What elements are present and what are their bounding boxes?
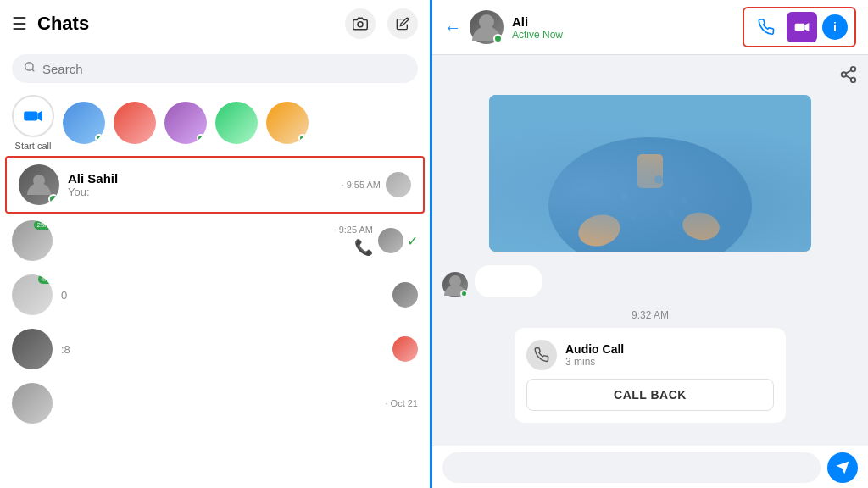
- chat-item-2[interactable]: 25m · 9:25 AM 📞 ✓: [0, 214, 430, 268]
- story-item-5[interactable]: [266, 102, 309, 144]
- start-call-item[interactable]: Start call: [12, 95, 54, 151]
- svg-point-1: [25, 63, 33, 70]
- ali-sahil-online-dot: [48, 194, 58, 204]
- right-user-info: Ali Active Now: [512, 14, 734, 41]
- chat-3-preview: 0: [61, 289, 387, 302]
- left-header: ☰ Chats: [0, 0, 430, 47]
- chat-4-info: :8: [61, 343, 387, 356]
- search-container: [0, 47, 430, 90]
- chat-avatar-ali-sahil: [19, 164, 59, 205]
- ali-sahil-time: · 9:55 AM: [342, 180, 381, 190]
- ali-sahil-preview: You:: [68, 186, 342, 198]
- chat-item-4[interactable]: :8: [0, 322, 430, 376]
- svg-line-2: [32, 69, 35, 72]
- video-overlay: [489, 95, 811, 252]
- right-online-dot: [493, 34, 503, 43]
- ali-sahil-right-avatar: [386, 172, 411, 197]
- edit-button[interactable]: [387, 8, 418, 39]
- chat-2-time: · 9:25 AM: [334, 225, 373, 235]
- chat-avatar-img-4: [12, 329, 53, 369]
- info-button[interactable]: i: [822, 14, 848, 40]
- search-icon: [24, 61, 36, 76]
- header-icons: [345, 8, 418, 39]
- svg-point-9: [806, 25, 809, 28]
- chat-5-time: · Oct 21: [385, 398, 418, 408]
- story-item-3[interactable]: [164, 102, 207, 144]
- chat-2-right-avatar: [378, 228, 403, 253]
- chat-item-5[interactable]: · Oct 21: [0, 376, 430, 430]
- svg-rect-3: [24, 112, 37, 121]
- chat-badge-25m: 25m: [34, 220, 53, 230]
- chat-3-info: 0: [61, 289, 387, 302]
- message-bubble: ​: [475, 265, 542, 297]
- start-call-avatar: [12, 95, 54, 137]
- chat-avatar-5: [12, 383, 53, 424]
- right-user-avatar: [470, 10, 504, 44]
- chat-3-right-avatar: [392, 282, 418, 308]
- chat-avatar-img-5: [12, 383, 53, 424]
- ali-sahil-info: Ali Sahil You:: [68, 171, 342, 198]
- audio-call-duration: 3 mins: [565, 356, 624, 368]
- ali-sahil-meta: · 9:55 AM: [342, 180, 381, 190]
- share-button[interactable]: [839, 65, 858, 88]
- chat-5-meta: · Oct 21: [385, 398, 418, 408]
- ali-sahil-name: Ali Sahil: [68, 171, 342, 186]
- audio-call-icon: [526, 340, 557, 370]
- hamburger-icon[interactable]: ☰: [12, 14, 27, 34]
- chat-avatar-2: 25m: [12, 220, 53, 261]
- chat-4-right-avatar: [392, 336, 418, 362]
- check-icon-2: ✓: [407, 233, 418, 249]
- right-header-actions: i: [743, 7, 856, 47]
- bubble-avatar: [442, 272, 468, 297]
- search-input[interactable]: [42, 62, 406, 76]
- story-item-4[interactable]: [215, 102, 258, 144]
- svg-point-12: [851, 78, 856, 83]
- right-user-name: Ali: [512, 14, 734, 29]
- stories-row: Start call: [0, 90, 430, 156]
- message-area[interactable]: ​ 9:32 AM Audio Call 3 mins CALL BACK: [432, 55, 868, 446]
- left-header-left: ☰ Chats: [12, 13, 89, 35]
- story-avatar-4: [215, 102, 258, 144]
- camera-button[interactable]: [345, 8, 376, 39]
- svg-rect-7: [795, 24, 805, 30]
- svg-point-0: [358, 22, 363, 27]
- start-call-label: Start call: [15, 141, 52, 151]
- right-header: ← Ali Active Now: [432, 0, 868, 55]
- story-avatar-5: [266, 102, 309, 144]
- chat-item-ali-sahil[interactable]: Ali Sahil You: · 9:55 AM: [5, 156, 425, 214]
- chat-avatar-3: 4m: [12, 274, 53, 315]
- story-item-2[interactable]: [114, 102, 156, 144]
- bottom-bar: [432, 446, 868, 488]
- right-user-status: Active Now: [512, 29, 734, 41]
- story-avatar-2: [114, 102, 156, 144]
- message-bubble-group: ​: [442, 265, 858, 297]
- story-online-dot-5: [298, 134, 307, 142]
- chats-title: Chats: [37, 13, 89, 35]
- chat-item-3[interactable]: 4m 0: [0, 268, 430, 322]
- svg-marker-27: [837, 461, 849, 474]
- call-icon-2: 📞: [354, 238, 373, 257]
- message-timestamp: 9:32 AM: [442, 309, 858, 321]
- message-input[interactable]: [442, 452, 821, 483]
- video-call-button[interactable]: [787, 12, 817, 42]
- call-back-button[interactable]: CALL BACK: [526, 379, 774, 411]
- search-bar[interactable]: [12, 54, 418, 83]
- svg-point-11: [842, 72, 847, 77]
- call-card: Audio Call 3 mins CALL BACK: [515, 328, 786, 423]
- chat-badge-4m: 4m: [38, 274, 53, 284]
- video-preview: [489, 95, 811, 252]
- story-avatar-3: [164, 102, 207, 144]
- call-card-header: Audio Call 3 mins: [526, 340, 774, 370]
- story-item-1[interactable]: [63, 102, 105, 144]
- svg-line-14: [846, 70, 851, 74]
- back-button[interactable]: ←: [444, 18, 461, 37]
- story-online-dot-3: [197, 134, 205, 142]
- chat-list: Ali Sahil You: · 9:55 AM 25m · 9:25 AM 📞…: [0, 156, 430, 488]
- right-panel: ← Ali Active Now: [432, 0, 868, 488]
- chat-avatar-4: [12, 329, 53, 369]
- call-card-info: Audio Call 3 mins: [565, 342, 624, 368]
- left-panel: ☰ Chats: [0, 0, 432, 488]
- send-button[interactable]: [827, 452, 858, 483]
- audio-call-title: Audio Call: [565, 342, 624, 356]
- phone-call-button[interactable]: [751, 12, 782, 42]
